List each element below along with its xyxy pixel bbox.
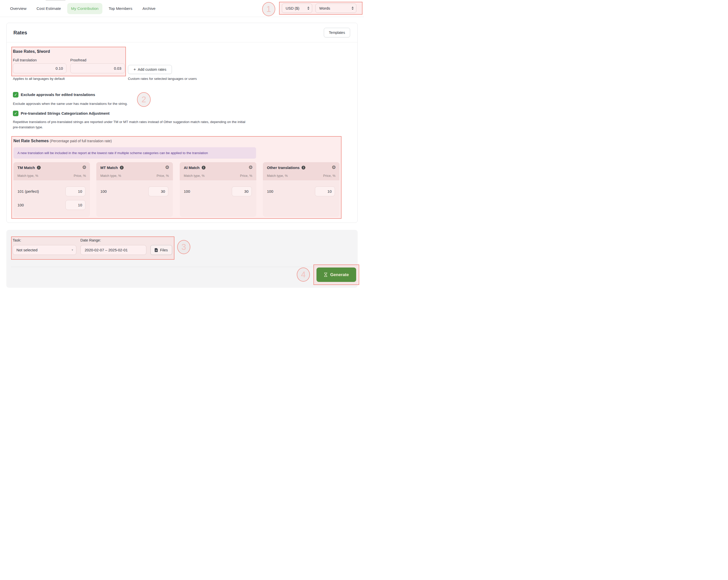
- scheme-card-title: Other translations i: [267, 165, 305, 170]
- scheme-card-title: AI Match i: [184, 165, 206, 170]
- templates-button[interactable]: Templates: [324, 28, 350, 37]
- select-updown-icon: [307, 6, 309, 10]
- scheme-title-text: MT Match: [100, 165, 118, 170]
- annotation-number: 4: [301, 270, 306, 279]
- gear-icon[interactable]: ⚙: [165, 164, 170, 170]
- info-icon[interactable]: i: [37, 166, 41, 169]
- match-type-column-header: Match type, %: [18, 174, 38, 177]
- price-input[interactable]: 10: [66, 200, 85, 210]
- annotation-circle-4: 4: [297, 268, 310, 282]
- annotation-box-base-rates: Base Rates, $/word Full translation Proo…: [11, 47, 126, 76]
- annotation-circle-1: 1: [262, 2, 275, 16]
- custom-rates-caption: Custom rates for selected languages or u…: [128, 77, 197, 81]
- date-range-label: Date Range:: [80, 238, 101, 242]
- generate-button[interactable]: Generate: [316, 268, 356, 282]
- file-icon: [155, 248, 158, 252]
- unit-select-value: Words: [319, 6, 330, 10]
- match-type-label: 101 (perfect): [18, 189, 39, 193]
- annotation-circle-3: 3: [177, 240, 190, 254]
- hourglass-icon: [324, 273, 328, 277]
- pretranslated-adjustment-checkbox[interactable]: ✓: [13, 111, 19, 116]
- tab-my-contribution[interactable]: My Contribution: [67, 3, 102, 14]
- date-range-input[interactable]: 2020-02-07 – 2025-02-01: [80, 245, 146, 255]
- proofread-rate-input[interactable]: 0.03: [70, 63, 125, 73]
- price-input[interactable]: 30: [232, 187, 252, 196]
- scheme-card-ai-match: AI Match i ⚙ Match type, % Price, % 100 …: [180, 162, 256, 217]
- select-updown-icon: [352, 6, 354, 10]
- full-translation-label: Full translation: [13, 58, 37, 62]
- base-rates-title: Base Rates, $/word: [13, 49, 50, 54]
- annotation-number: 1: [266, 4, 271, 14]
- report-generation-page: Overview Cost Estimate My Contribution T…: [0, 0, 364, 290]
- date-range-value: 2020-02-07 – 2025-02-01: [85, 248, 128, 252]
- scheme-card-title: TM Match i: [18, 165, 41, 170]
- info-icon[interactable]: i: [302, 166, 305, 169]
- description-line: pre-translation type.: [13, 125, 245, 130]
- match-type-column-header: Match type, %: [100, 174, 121, 177]
- task-select-value: Not selected: [17, 248, 37, 252]
- match-type-label: 100: [100, 189, 107, 193]
- price-column-header: Price, %: [323, 174, 335, 177]
- rates-card-header: Rates Templates: [6, 23, 358, 43]
- tab-cost-estimate[interactable]: Cost Estimate: [37, 6, 61, 11]
- price-input[interactable]: 10: [66, 187, 85, 196]
- annotation-box-generate: Generate: [313, 265, 359, 285]
- files-button-label: Files: [160, 248, 168, 252]
- net-rate-schemes-heading: Net Rate Schemes (Percentage paid of ful…: [14, 139, 112, 143]
- unit-select[interactable]: Words: [315, 3, 357, 13]
- scheme-card-title: MT Match i: [100, 165, 124, 170]
- scheme-card-header: AI Match i ⚙ Match type, % Price, %: [180, 162, 256, 181]
- description-line: Repetitive translations of pre-translate…: [13, 119, 245, 125]
- annotation-number: 3: [182, 242, 186, 252]
- scheme-title-text: AI Match: [184, 165, 200, 170]
- exclude-approvals-label: Exclude approvals for edited translation…: [21, 92, 95, 97]
- price-input[interactable]: 10: [315, 187, 335, 196]
- price-value: 30: [244, 189, 249, 193]
- price-value: 10: [327, 189, 332, 193]
- scheme-card-header: Other translations i ⚙ Match type, % Pri…: [263, 162, 339, 181]
- templates-button-label: Templates: [329, 31, 345, 35]
- info-icon[interactable]: i: [120, 166, 124, 169]
- add-custom-rates-button[interactable]: + Add custom rates: [128, 65, 172, 74]
- tab-overview[interactable]: Overview: [10, 6, 27, 11]
- annotation-box-net-rate-schemes: Net Rate Schemes (Percentage paid of ful…: [11, 136, 341, 219]
- gear-icon[interactable]: ⚙: [82, 164, 86, 170]
- gear-icon[interactable]: ⚙: [332, 164, 336, 170]
- annotation-number: 2: [141, 95, 146, 104]
- price-value: 30: [161, 189, 165, 193]
- task-select[interactable]: Not selected ▾: [12, 245, 76, 255]
- report-tabs: Overview Cost Estimate My Contribution T…: [10, 0, 155, 17]
- price-column-header: Price, %: [157, 174, 169, 177]
- match-type-column-header: Match type, %: [184, 174, 205, 177]
- currency-select[interactable]: USD ($): [282, 3, 312, 13]
- price-input[interactable]: 30: [148, 187, 168, 196]
- proofread-label: Proofread: [70, 58, 86, 62]
- gear-icon[interactable]: ⚙: [249, 164, 253, 170]
- base-rates-caption: Applies to all languages by default: [13, 77, 65, 81]
- files-button[interactable]: Files: [150, 245, 172, 255]
- exclude-approvals-checkbox[interactable]: ✓: [13, 92, 19, 98]
- info-icon[interactable]: i: [202, 166, 206, 169]
- annotation-box-selects: USD ($) Words: [279, 2, 363, 15]
- generation-panel: Task: Date Range: Not selected ▾ 2020-02…: [6, 230, 358, 288]
- pretranslated-adjustment-description: Repetitive translations of pre-translate…: [13, 119, 245, 130]
- tab-top-members[interactable]: Top Members: [109, 6, 132, 11]
- exclude-approvals-description: Exclude approvals when the same user has…: [13, 101, 128, 107]
- check-icon: ✓: [14, 92, 18, 97]
- net-rate-schemes-subtitle: (Percentage paid of full translation rat…: [50, 139, 112, 143]
- price-column-header: Price, %: [74, 174, 86, 177]
- scheme-card-header: MT Match i ⚙ Match type, % Price, %: [96, 162, 173, 181]
- scheme-card-tm-match: TM Match i ⚙ Match type, % Price, % 101 …: [14, 162, 90, 217]
- match-type-label: 100: [184, 189, 190, 193]
- full-translation-rate-value: 0.10: [56, 66, 63, 71]
- generate-button-label: Generate: [330, 272, 349, 277]
- full-translation-rate-input[interactable]: 0.10: [13, 63, 67, 73]
- scheme-card-other-translations: Other translations i ⚙ Match type, % Pri…: [263, 162, 339, 217]
- price-value: 10: [78, 189, 82, 193]
- tab-archive[interactable]: Archive: [142, 6, 156, 11]
- price-column-header: Price, %: [240, 174, 252, 177]
- currency-select-value: USD ($): [286, 6, 299, 10]
- add-custom-rates-label: Add custom rates: [138, 67, 166, 72]
- net-rate-schemes-title: Net Rate Schemes: [14, 139, 49, 143]
- scheme-title-text: TM Match: [18, 165, 35, 170]
